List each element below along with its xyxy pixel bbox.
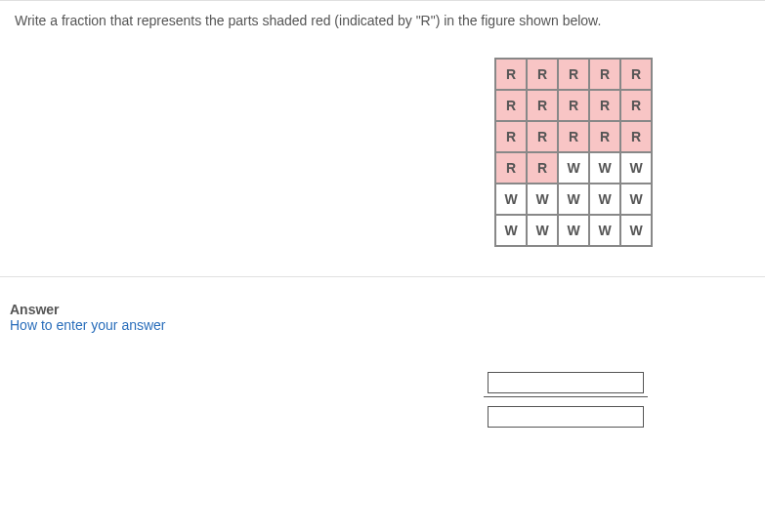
grid-cell: W xyxy=(590,184,619,214)
grid-cell: W xyxy=(496,216,526,245)
answer-label: Answer xyxy=(10,302,750,317)
grid-cell: R xyxy=(496,153,526,183)
grid-cell: R xyxy=(559,91,588,120)
answer-section: Answer How to enter your answer xyxy=(0,277,765,457)
help-link[interactable]: How to enter your answer xyxy=(10,317,750,333)
grid-cell: R xyxy=(559,122,588,151)
question-section: Write a fraction that represents the par… xyxy=(0,0,765,277)
grid-cell: R xyxy=(496,91,526,120)
figure-container: RRRRRRRRRRRRRRRRRWWWWWWWWWWWWW xyxy=(15,58,750,247)
denominator-input[interactable] xyxy=(488,406,644,428)
grid-cell: R xyxy=(528,60,557,89)
grid-cell: R xyxy=(590,60,619,89)
grid-cell: W xyxy=(496,184,526,214)
grid-cell: W xyxy=(559,184,588,214)
fraction-input-container xyxy=(10,372,750,428)
grid-cell: W xyxy=(590,153,619,183)
grid-cell: R xyxy=(590,91,619,120)
grid-cell: R xyxy=(621,91,651,120)
grid-cell: W xyxy=(621,184,651,214)
grid-cell: R xyxy=(590,122,619,151)
grid-cell: W xyxy=(621,216,651,245)
grid-cell: R xyxy=(528,91,557,120)
fraction-grid: RRRRRRRRRRRRRRRRRWWWWWWWWWWWWW xyxy=(494,58,653,247)
fraction-line xyxy=(484,396,648,397)
grid-cell: R xyxy=(621,60,651,89)
numerator-input[interactable] xyxy=(488,372,644,393)
grid-cell: W xyxy=(528,184,557,214)
grid-cell: W xyxy=(590,216,619,245)
grid-cell: R xyxy=(621,122,651,151)
grid-cell: R xyxy=(496,122,526,151)
grid-cell: W xyxy=(559,153,588,183)
grid-cell: R xyxy=(559,60,588,89)
grid-cell: W xyxy=(528,216,557,245)
grid-cell: W xyxy=(621,153,651,183)
fraction-box xyxy=(484,372,648,428)
grid-cell: W xyxy=(559,216,588,245)
question-text: Write a fraction that represents the par… xyxy=(15,13,750,28)
grid-cell: R xyxy=(496,60,526,89)
grid-cell: R xyxy=(528,153,557,183)
grid-cell: R xyxy=(528,122,557,151)
